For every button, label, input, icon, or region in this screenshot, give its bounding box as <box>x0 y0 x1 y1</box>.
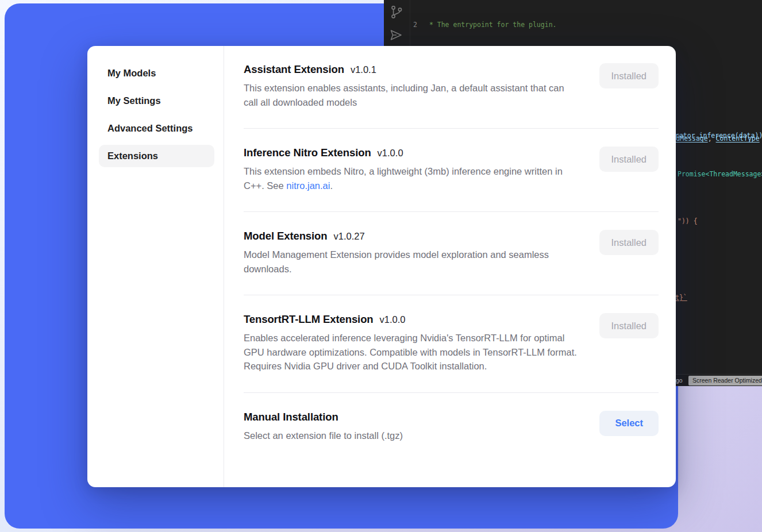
sidebar-item-my-models[interactable]: My Models <box>99 62 214 84</box>
code-text: * The entrypoint for the plugin. <box>425 20 556 30</box>
installed-button[interactable]: Installed <box>599 230 659 255</box>
code-fragment: ")) { <box>678 217 698 225</box>
statusbar-fragment: go <box>676 377 683 384</box>
code-fragment: rator.inference(data)); <box>675 132 762 140</box>
screen-reader-status[interactable]: Screen Reader Optimized <box>688 376 762 385</box>
git-branch-icon <box>389 5 404 20</box>
extension-description: This extension embeds Nitro, a lightweig… <box>244 164 580 192</box>
sidebar-item-advanced-settings[interactable]: Advanced Settings <box>99 117 214 140</box>
code-line: 2 * The entrypoint for the plugin. <box>384 20 762 30</box>
installed-button[interactable]: Installed <box>599 313 659 338</box>
sidebar-item-my-settings[interactable]: My Settings <box>99 90 214 112</box>
extension-title: TensortRT-LLM Extension <box>244 313 374 326</box>
extension-row-tensorrt: TensortRT-LLM Extension v1.0.0 Enables a… <box>244 295 659 393</box>
extension-version: v1.0.27 <box>334 231 365 242</box>
extension-row-manual-install: Manual Installation Select an extension … <box>244 393 659 462</box>
code-fragment: Promise<ThreadMessage> <box>678 170 762 178</box>
extension-row-assistant: Assistant Extension v1.0.1 This extensio… <box>244 46 659 129</box>
extension-version: v1.0.0 <box>380 314 406 325</box>
send-icon <box>389 28 404 42</box>
settings-modal: My Models My Settings Advanced Settings … <box>87 46 676 487</box>
page: 2 * The entrypoint for the plugin. 3 */ … <box>0 0 762 532</box>
extension-title: Inference Nitro Extension <box>244 147 371 159</box>
select-file-button[interactable]: Select <box>599 411 659 436</box>
nitro-jan-ai-link[interactable]: nitro.jan.ai <box>286 180 330 191</box>
extension-title: Model Extension <box>244 230 328 242</box>
extension-row-nitro: Inference Nitro Extension v1.0.0 This ex… <box>244 129 659 212</box>
extension-title: Manual Installation <box>244 411 338 423</box>
extension-description: This extension enables assistants, inclu… <box>244 81 580 109</box>
sidebar-item-extensions[interactable]: Extensions <box>99 145 214 167</box>
extension-description: Enables accelerated inference leveraging… <box>244 331 580 373</box>
extension-version: v1.0.0 <box>378 148 403 159</box>
installed-button[interactable]: Installed <box>599 63 659 88</box>
settings-sidebar: My Models My Settings Advanced Settings … <box>87 46 224 487</box>
installed-button[interactable]: Installed <box>599 147 659 172</box>
extension-title: Assistant Extension <box>244 63 344 76</box>
code-fragment: t}` <box>675 294 687 302</box>
extension-version: v1.0.1 <box>351 64 376 75</box>
extension-description: Select an extension file to install (.tg… <box>244 429 403 443</box>
extension-description: Model Management Extension provides mode… <box>244 248 580 276</box>
extensions-list: Assistant Extension v1.0.1 This extensio… <box>224 46 676 487</box>
extension-row-model: Model Extension v1.0.27 Model Management… <box>244 212 659 295</box>
editor-gutter <box>389 5 404 42</box>
